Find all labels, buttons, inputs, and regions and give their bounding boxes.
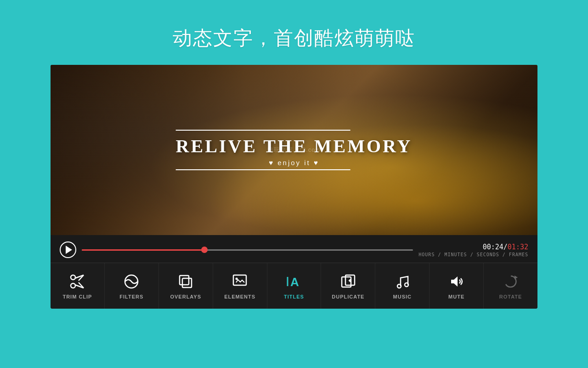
tool-elements-label: ELEMENTS — [224, 294, 255, 299]
title-overlay: RELIVE THE MEMORY enjoy it — [176, 130, 413, 170]
svg-point-0 — [71, 275, 75, 280]
overlays-icon — [177, 273, 194, 290]
tool-filters[interactable]: FILTERS — [105, 263, 159, 309]
music-icon — [394, 273, 411, 290]
tool-trim-clip-label: TRIM CLIP — [62, 294, 92, 299]
tool-rotate[interactable]: ROTATE — [484, 263, 537, 309]
time-divider: / — [503, 243, 508, 251]
title-line-top — [176, 130, 351, 131]
svg-marker-20 — [514, 276, 518, 279]
tool-music-label: MUSIC — [393, 294, 412, 299]
video-title-main: RELIVE THE MEMORY — [176, 135, 413, 157]
tool-music[interactable]: MUSIC — [375, 263, 430, 309]
title-line-bottom — [176, 169, 351, 170]
svg-rect-7 — [180, 276, 189, 285]
progress-row: 00:24/01:32 HOURS / MINUTES / SECONDS / … — [60, 242, 528, 258]
titles-icon: A — [286, 273, 302, 290]
player-controls: 00:24/01:32 HOURS / MINUTES / SECONDS / … — [51, 235, 537, 263]
mute-icon — [448, 273, 465, 290]
play-icon — [66, 246, 72, 254]
time-label: HOURS / MINUTES / SECONDS / FRAMES — [418, 252, 528, 257]
elements-icon — [232, 273, 248, 290]
rotate-icon — [503, 273, 519, 290]
page-heading: 动态文字，首创酷炫萌萌哒 — [173, 25, 415, 51]
svg-marker-19 — [451, 276, 458, 287]
video-container: 电玩之家 k73.com RELIVE THE MEMORY enjoy it … — [51, 65, 537, 309]
time-total: 01:32 — [508, 243, 528, 251]
tool-filters-label: FILTERS — [119, 294, 143, 299]
tool-mute[interactable]: MUTE — [430, 263, 484, 309]
svg-rect-8 — [182, 278, 192, 288]
play-button[interactable] — [60, 242, 76, 258]
tool-overlays-label: OVERLAYS — [170, 294, 201, 299]
video-frame[interactable]: 电玩之家 k73.com RELIVE THE MEMORY enjoy it — [51, 65, 537, 235]
svg-point-18 — [405, 283, 408, 287]
svg-text:A: A — [290, 275, 299, 289]
toolbar: TRIM CLIP FILTERS OVERLAYS — [51, 263, 537, 309]
svg-point-1 — [71, 283, 75, 288]
tool-trim-clip[interactable]: TRIM CLIP — [51, 263, 105, 309]
tool-titles-label: TITLES — [284, 294, 304, 299]
svg-rect-9 — [233, 275, 246, 285]
tool-elements[interactable]: ELEMENTS — [213, 263, 267, 309]
progress-knob[interactable] — [201, 247, 208, 253]
tool-titles[interactable]: A TITLES — [267, 263, 322, 309]
time-display: 00:24/01:32 HOURS / MINUTES / SECONDS / … — [418, 243, 528, 257]
tool-rotate-label: ROTATE — [499, 294, 522, 299]
tool-duplicate[interactable]: DUPLICATE — [321, 263, 375, 309]
trim-clip-icon — [69, 273, 85, 290]
tool-overlays[interactable]: OVERLAYS — [159, 263, 213, 309]
svg-point-10 — [236, 277, 238, 280]
progress-bar-track[interactable] — [82, 249, 413, 251]
duplicate-icon — [340, 273, 356, 290]
tool-mute-label: MUTE — [448, 294, 464, 299]
video-title-sub: enjoy it — [176, 159, 413, 167]
filters-icon — [123, 273, 140, 290]
svg-point-17 — [397, 284, 401, 288]
tool-duplicate-label: DUPLICATE — [332, 294, 364, 299]
time-current: 00:24 — [483, 243, 503, 251]
progress-bar-fill — [82, 249, 204, 251]
